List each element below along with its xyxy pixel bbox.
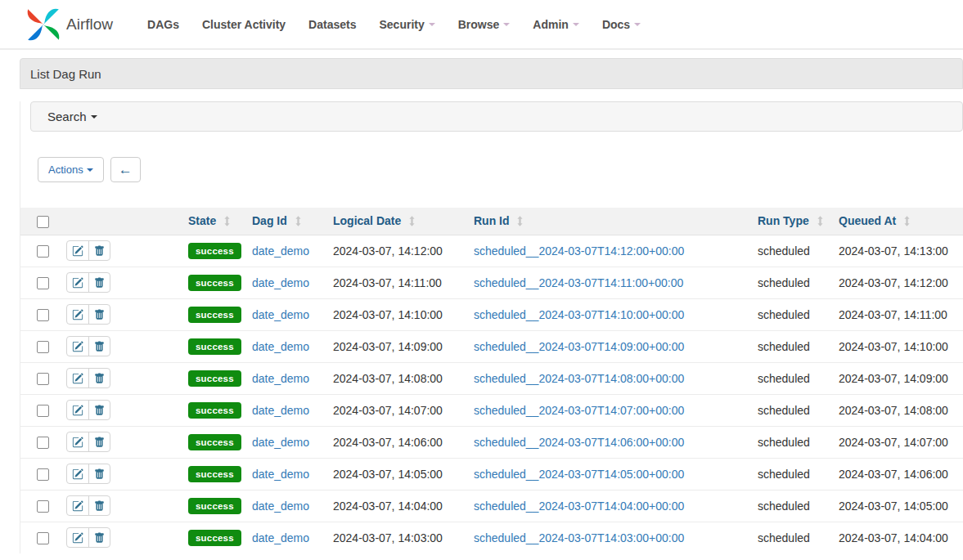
row-checkbox[interactable] (37, 405, 49, 417)
run-type-cell: scheduled (751, 522, 832, 553)
state-badge: success (188, 434, 241, 450)
delete-button[interactable] (88, 305, 110, 324)
queued-at-cell: 2024-03-07, 14:09:00 (832, 362, 963, 394)
dag-id-link[interactable]: date_demo (252, 531, 309, 544)
delete-button[interactable] (88, 464, 110, 483)
caret-down-icon (87, 168, 93, 172)
run-id-link[interactable]: scheduled__2024-03-07T14:07:00+00:00 (474, 404, 684, 417)
run-id-link[interactable]: scheduled__2024-03-07T14:04:00+00:00 (474, 500, 684, 513)
row-checkbox[interactable] (37, 500, 49, 513)
dag-id-link[interactable]: date_demo (252, 500, 309, 513)
dag-id-link[interactable]: date_demo (252, 468, 309, 481)
table-header-row: State Dag Id Logical Date Run Id Run Typ… (20, 208, 963, 235)
run-id-link[interactable]: scheduled__2024-03-07T14:08:00+00:00 (474, 372, 684, 385)
edit-button[interactable] (67, 241, 88, 260)
edit-button[interactable] (67, 401, 88, 419)
trash-icon (94, 245, 105, 257)
run-id-link[interactable]: scheduled__2024-03-07T14:12:00+00:00 (474, 244, 684, 258)
dag-id-cell: date_demo (245, 362, 326, 394)
dag-id-link[interactable]: date_demo (252, 436, 309, 449)
select-all-checkbox[interactable] (37, 216, 49, 228)
nav-item-security[interactable]: Security (367, 18, 446, 31)
row-action-buttons (66, 527, 110, 548)
row-checkbox[interactable] (37, 532, 49, 544)
row-checkbox[interactable] (37, 309, 49, 321)
run-id-link[interactable]: scheduled__2024-03-07T14:05:00+00:00 (474, 468, 684, 481)
run-id-link[interactable]: scheduled__2024-03-07T14:06:00+00:00 (474, 436, 684, 449)
edit-button[interactable] (67, 273, 88, 292)
edit-button[interactable] (67, 464, 88, 483)
run-id-link[interactable]: scheduled__2024-03-07T14:10:00+00:00 (474, 308, 684, 321)
state-cell: success (182, 426, 245, 458)
back-button[interactable]: ← (110, 157, 141, 182)
table-row: success date_demo 2024-03-07, 14:11:00 s… (20, 267, 963, 298)
delete-button[interactable] (88, 432, 110, 451)
run-type-cell: scheduled (751, 362, 832, 394)
delete-button[interactable] (88, 337, 110, 356)
nav-item-admin[interactable]: Admin (521, 18, 591, 31)
logical-date-cell: 2024-03-07, 14:06:00 (326, 426, 467, 458)
navbar: Airflow DAGs Cluster Activity Datasets S… (0, 0, 963, 50)
edit-button[interactable] (67, 496, 88, 515)
row-select-cell (20, 235, 58, 267)
edit-button[interactable] (67, 337, 88, 356)
column-header-logical-date[interactable]: Logical Date (326, 208, 467, 235)
nav-item-cluster-activity[interactable]: Cluster Activity (191, 18, 297, 31)
dag-id-link[interactable]: date_demo (252, 276, 309, 289)
row-checkbox[interactable] (37, 437, 49, 449)
state-badge: success (188, 243, 241, 259)
row-checkbox[interactable] (37, 468, 49, 481)
row-checkbox[interactable] (37, 341, 49, 353)
column-header-queued-at[interactable]: Queued At (832, 208, 963, 235)
dag-id-link[interactable]: date_demo (252, 308, 309, 321)
column-header-label: Dag Id (252, 214, 287, 227)
table-row: success date_demo 2024-03-07, 14:12:00 s… (20, 235, 963, 267)
edit-button[interactable] (67, 432, 88, 451)
dag-id-link[interactable]: date_demo (252, 340, 309, 353)
row-action-buttons (66, 336, 110, 356)
brand-link[interactable]: Airflow (25, 6, 113, 43)
trash-icon (94, 468, 105, 480)
page-title: List Dag Run (20, 58, 963, 89)
queued-at-cell: 2024-03-07, 14:12:00 (832, 267, 963, 298)
nav-item-datasets[interactable]: Datasets (297, 18, 367, 31)
column-header-run-type[interactable]: Run Type (751, 208, 832, 235)
nav-item-browse[interactable]: Browse (447, 18, 522, 31)
delete-button[interactable] (88, 241, 110, 260)
column-header-dag-id[interactable]: Dag Id (245, 208, 326, 235)
actions-header-cell (58, 208, 182, 235)
actions-button[interactable]: Actions (38, 157, 104, 182)
dag-id-link[interactable]: date_demo (252, 404, 309, 417)
delete-button[interactable] (88, 401, 110, 419)
row-checkbox[interactable] (37, 245, 49, 258)
column-header-state[interactable]: State (182, 208, 245, 235)
run-id-cell: scheduled__2024-03-07T14:05:00+00:00 (467, 458, 751, 490)
delete-button[interactable] (88, 369, 110, 388)
run-id-cell: scheduled__2024-03-07T14:07:00+00:00 (467, 394, 751, 426)
delete-button[interactable] (88, 528, 110, 547)
state-badge: success (188, 307, 241, 323)
edit-button[interactable] (67, 369, 88, 388)
nav-item-dags[interactable]: DAGs (136, 18, 191, 31)
nav-item-docs[interactable]: Docs (591, 18, 652, 31)
row-checkbox[interactable] (37, 373, 49, 385)
run-id-link[interactable]: scheduled__2024-03-07T14:03:00+00:00 (474, 531, 684, 544)
nav-item-label: Security (379, 18, 424, 31)
run-id-link[interactable]: scheduled__2024-03-07T14:11:00+00:00 (474, 276, 683, 289)
edit-button[interactable] (67, 305, 88, 324)
column-header-run-id[interactable]: Run Id (467, 208, 751, 235)
row-checkbox[interactable] (37, 277, 49, 289)
run-id-link[interactable]: scheduled__2024-03-07T14:09:00+00:00 (474, 340, 684, 353)
run-id-cell: scheduled__2024-03-07T14:08:00+00:00 (467, 362, 751, 394)
edit-button[interactable] (67, 528, 88, 547)
dag-id-link[interactable]: date_demo (252, 372, 309, 385)
delete-button[interactable] (88, 273, 110, 292)
delete-button[interactable] (88, 496, 110, 515)
queued-at-cell: 2024-03-07, 14:04:00 (832, 522, 963, 553)
dag-id-link[interactable]: date_demo (252, 244, 309, 258)
run-id-cell: scheduled__2024-03-07T14:10:00+00:00 (467, 298, 751, 330)
run-type-cell: scheduled (751, 458, 832, 490)
run-id-cell: scheduled__2024-03-07T14:09:00+00:00 (467, 330, 751, 362)
row-actions-cell (58, 330, 182, 362)
search-toggle[interactable]: Search (30, 101, 963, 132)
